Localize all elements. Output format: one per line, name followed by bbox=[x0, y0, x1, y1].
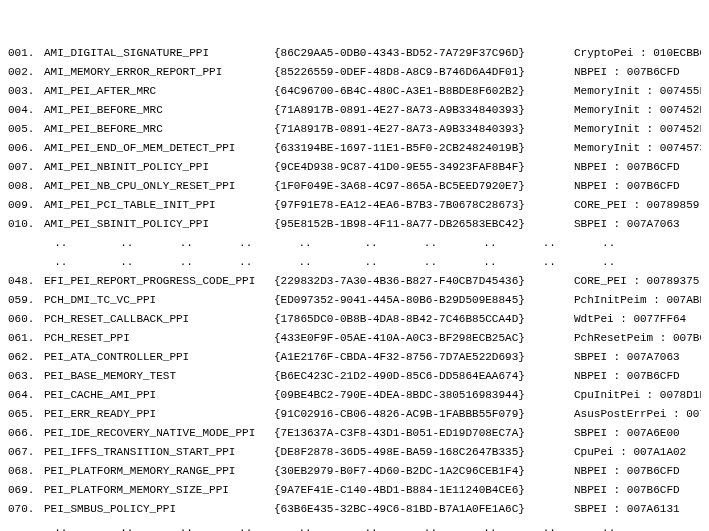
row-index: 003. bbox=[8, 82, 44, 101]
ppi-guid: {9A7EF41E-C140-4BD1-B884-1E11240B4CE6} bbox=[274, 481, 574, 500]
ppi-name: PEI_CACHE_AMI_PPI bbox=[44, 386, 274, 405]
ppi-module: CORE_PEI : 00789375 bbox=[574, 272, 699, 291]
ppi-row: 003.AMI_PEI_AFTER_MRC{64C96700-6B4C-480C… bbox=[8, 82, 701, 101]
ppi-name: PEI_IFFS_TRANSITION_START_PPI bbox=[44, 443, 274, 462]
ppi-name: AMI_PEI_NB_CPU_ONLY_RESET_PPI bbox=[44, 177, 274, 196]
row-index: 006. bbox=[8, 139, 44, 158]
ppi-guid: {A1E2176F-CBDA-4F32-8756-7D7AE522D693} bbox=[274, 348, 574, 367]
ppi-row: 002.AMI_MEMORY_ERROR_REPORT_PPI{85226559… bbox=[8, 63, 701, 82]
ppi-guid: {64C96700-6B4C-480C-A3E1-B8BDE8F602B2} bbox=[274, 82, 574, 101]
ppi-module: MemoryInit : 007452EC bbox=[574, 101, 701, 120]
ppi-guid: {86C29AA5-0DB0-4343-BD52-7A729F37C96D} bbox=[274, 44, 574, 63]
ppi-guid: {229832D3-7A30-4B36-B827-F40CB7D45436} bbox=[274, 272, 574, 291]
row-index: 048. bbox=[8, 272, 44, 291]
ppi-module: MemoryInit : 007452FD bbox=[574, 120, 701, 139]
ppi-module: NBPEI : 007B6CFD bbox=[574, 158, 680, 177]
ppi-row: 008.AMI_PEI_NB_CPU_ONLY_RESET_PPI{1F0F04… bbox=[8, 177, 701, 196]
row-index: 004. bbox=[8, 101, 44, 120]
ppi-row: 060.PCH_RESET_CALLBACK_PPI{17865DC0-0B8B… bbox=[8, 310, 701, 329]
ppi-row: 001.AMI_DIGITAL_SIGNATURE_PPI{86C29AA5-0… bbox=[8, 44, 701, 63]
ppi-module: SBPEI : 007A7063 bbox=[574, 215, 680, 234]
ppi-guid: {97F91E78-EA12-4EA6-B7B3-7B0678C28673} bbox=[274, 196, 574, 215]
ppi-module: CpuInitPei : 0078D1EB bbox=[574, 386, 701, 405]
ppi-module: NBPEI : 007B6CFD bbox=[574, 367, 680, 386]
ppi-row: 009.AMI_PEI_PCI_TABLE_INIT_PPI{97F91E78-… bbox=[8, 196, 701, 215]
ppi-name: PEI_SMBUS_POLICY_PPI bbox=[44, 500, 274, 519]
ppi-guid: {17865DC0-0B8B-4DA8-8B42-7C46B85CCA4D} bbox=[274, 310, 574, 329]
ppi-row: 064.PEI_CACHE_AMI_PPI{09BE4BC2-790E-4DEA… bbox=[8, 386, 701, 405]
ppi-module: PchInitPeim : 007ABB46 bbox=[574, 291, 701, 310]
ppi-name: PEI_IDE_RECOVERY_NATIVE_MODE_PPI bbox=[44, 424, 274, 443]
row-index: 061. bbox=[8, 329, 44, 348]
row-index: 066. bbox=[8, 424, 44, 443]
ppi-name: PEI_ATA_CONTROLLER_PPI bbox=[44, 348, 274, 367]
ppi-name: PCH_RESET_PPI bbox=[44, 329, 274, 348]
ppi-row: 010.AMI_PEI_SBINIT_POLICY_PPI{95E8152B-1… bbox=[8, 215, 701, 234]
ppi-module: SBPEI : 007A6E00 bbox=[574, 424, 680, 443]
ppi-name: AMI_PEI_SBINIT_POLICY_PPI bbox=[44, 215, 274, 234]
ppi-guid: {71A8917B-0891-4E27-8A73-A9B334840393} bbox=[274, 120, 574, 139]
ppi-name: PEI_PLATFORM_MEMORY_SIZE_PPI bbox=[44, 481, 274, 500]
ppi-row: 048.EFI_PEI_REPORT_PROGRESS_CODE_PPI{229… bbox=[8, 272, 701, 291]
ppi-guid: {9CE4D938-9C87-41D0-9E55-34923FAF8B4F} bbox=[274, 158, 574, 177]
row-index: 065. bbox=[8, 405, 44, 424]
ppi-row: 007.AMI_PEI_NBINIT_POLICY_PPI{9CE4D938-9… bbox=[8, 158, 701, 177]
ppi-name: AMI_PEI_NBINIT_POLICY_PPI bbox=[44, 158, 274, 177]
ppi-name: AMI_PEI_BEFORE_MRC bbox=[44, 101, 274, 120]
ppi-module: MemoryInit : 007455F2 bbox=[574, 82, 701, 101]
ppi-guid: {85226559-0DEF-48D8-A8C9-B746D6A4DF01} bbox=[274, 63, 574, 82]
ppi-row: 065.PEI_ERR_READY_PPI{91C02916-CB06-4826… bbox=[8, 405, 701, 424]
ppi-row: 004.AMI_PEI_BEFORE_MRC{71A8917B-0891-4E2… bbox=[8, 101, 701, 120]
ppi-guid: {ED097352-9041-445A-80B6-B29D509E8845} bbox=[274, 291, 574, 310]
ellipsis-row: .. .. .. .. .. .. .. .. .. .. bbox=[8, 253, 701, 272]
ppi-name: AMI_PEI_END_OF_MEM_DETECT_PPI bbox=[44, 139, 274, 158]
ppi-name: PEI_PLATFORM_MEMORY_RANGE_PPI bbox=[44, 462, 274, 481]
ppi-guid: {433E0F9F-05AE-410A-A0C3-BF298ECB25AC} bbox=[274, 329, 574, 348]
ppi-guid: {633194BE-1697-11E1-B5F0-2CB24824019B} bbox=[274, 139, 574, 158]
ppi-guid: {30EB2979-B0F7-4D60-B2DC-1A2C96CEB1F4} bbox=[274, 462, 574, 481]
ppi-row: 067.PEI_IFFS_TRANSITION_START_PPI{DE8F28… bbox=[8, 443, 701, 462]
ppi-guid: {63B6E435-32BC-49C6-81BD-B7A1A0FE1A6C} bbox=[274, 500, 574, 519]
ppi-name: EFI_PEI_REPORT_PROGRESS_CODE_PPI bbox=[44, 272, 274, 291]
ppi-row: 068.PEI_PLATFORM_MEMORY_RANGE_PPI{30EB29… bbox=[8, 462, 701, 481]
ppi-guid: {7E13637A-C3F8-43D1-B051-ED19D708EC7A} bbox=[274, 424, 574, 443]
row-index: 063. bbox=[8, 367, 44, 386]
ppi-row: 062.PEI_ATA_CONTROLLER_PPI{A1E2176F-CBDA… bbox=[8, 348, 701, 367]
row-index: 067. bbox=[8, 443, 44, 462]
ppi-guid: {91C02916-CB06-4826-AC9B-1FABBB55F079} bbox=[274, 405, 574, 424]
ppi-module: NBPEI : 007B6CFD bbox=[574, 177, 680, 196]
ellipsis-row: .. .. .. .. .. .. .. .. .. .. bbox=[8, 234, 701, 253]
row-index: 002. bbox=[8, 63, 44, 82]
ppi-module: SBPEI : 007A7063 bbox=[574, 348, 680, 367]
row-index: 069. bbox=[8, 481, 44, 500]
ppi-row: 070.PEI_SMBUS_POLICY_PPI{63B6E435-32BC-4… bbox=[8, 500, 701, 519]
row-index: 060. bbox=[8, 310, 44, 329]
ppi-module: NBPEI : 007B6CFD bbox=[574, 462, 680, 481]
row-index: 001. bbox=[8, 44, 44, 63]
ppi-module: NBPEI : 007B6CFD bbox=[574, 63, 680, 82]
ppi-module: SBPEI : 007A6131 bbox=[574, 500, 680, 519]
ppi-row: 069.PEI_PLATFORM_MEMORY_SIZE_PPI{9A7EF41… bbox=[8, 481, 701, 500]
ppi-name: AMI_PEI_AFTER_MRC bbox=[44, 82, 274, 101]
ppi-name: AMI_DIGITAL_SIGNATURE_PPI bbox=[44, 44, 274, 63]
row-index: 010. bbox=[8, 215, 44, 234]
ppi-row: 059.PCH_DMI_TC_VC_PPI{ED097352-9041-445A… bbox=[8, 291, 701, 310]
ppi-module: CORE_PEI : 00789859 bbox=[574, 196, 699, 215]
row-index: 008. bbox=[8, 177, 44, 196]
row-index: 059. bbox=[8, 291, 44, 310]
ppi-name: AMI_PEI_BEFORE_MRC bbox=[44, 120, 274, 139]
ppi-guid: {71A8917B-0891-4E27-8A73-A9B334840393} bbox=[274, 101, 574, 120]
ppi-guid: {DE8F2878-36D5-498E-BA59-168C2647B335} bbox=[274, 443, 574, 462]
ppi-module: CpuPei : 007A1A02 bbox=[574, 443, 686, 462]
row-index: 007. bbox=[8, 158, 44, 177]
ppi-module: MemoryInit : 00745739 bbox=[574, 139, 701, 158]
ppi-row: 066.PEI_IDE_RECOVERY_NATIVE_MODE_PPI{7E1… bbox=[8, 424, 701, 443]
ppi-row: 006.AMI_PEI_END_OF_MEM_DETECT_PPI{633194… bbox=[8, 139, 701, 158]
ppi-row: 063.PEI_BASE_MEMORY_TEST{B6EC423C-21D2-4… bbox=[8, 367, 701, 386]
ppi-name: PEI_BASE_MEMORY_TEST bbox=[44, 367, 274, 386]
ppi-module: CryptoPei : 010ECBBC bbox=[574, 44, 701, 63]
ppi-name: AMI_MEMORY_ERROR_REPORT_PPI bbox=[44, 63, 274, 82]
ppi-name: PEI_ERR_READY_PPI bbox=[44, 405, 274, 424]
ppi-row: 061.PCH_RESET_PPI{433E0F9F-05AE-410A-A0C… bbox=[8, 329, 701, 348]
ppi-row: 005.AMI_PEI_BEFORE_MRC{71A8917B-0891-4E2… bbox=[8, 120, 701, 139]
